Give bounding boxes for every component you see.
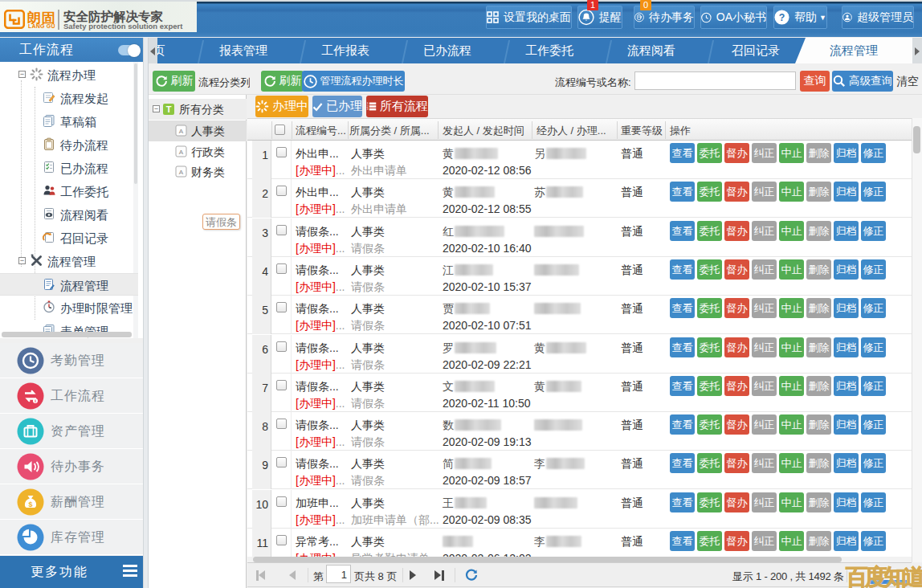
svg-text:$: $	[28, 500, 32, 508]
svg-text:T: T	[166, 104, 172, 114]
svg-text:A: A	[179, 149, 184, 156]
svg-text:3: 3	[367, 108, 369, 111]
svg-text:A: A	[179, 169, 184, 176]
svg-text:A: A	[179, 128, 184, 135]
svg-text:?: ?	[779, 12, 785, 23]
